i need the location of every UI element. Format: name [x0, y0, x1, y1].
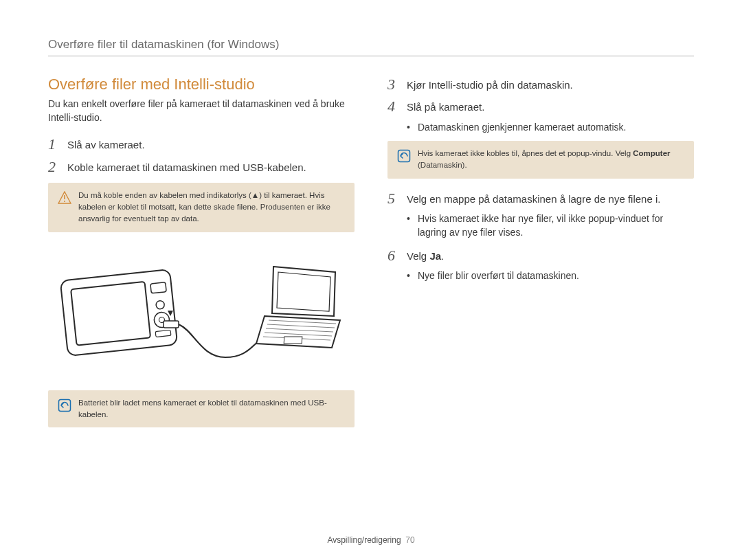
bullet-dot: •	[407, 212, 418, 225]
step-number: 3	[387, 76, 407, 93]
step-text: Slå på kameraet.	[407, 98, 484, 115]
breadcrumb: Overføre filer til datamaskinen (for Win…	[48, 38, 694, 56]
connection-illustration	[48, 242, 355, 383]
step-4-bullet: • Datamaskinen gjenkjenner kameraet auto…	[407, 120, 694, 134]
info-suffix: (Datamaskin).	[418, 161, 467, 169]
info-bold: Computer	[633, 149, 670, 157]
step-4: 4 Slå på kameraet.	[387, 98, 694, 115]
footer-page-number: 70	[405, 535, 414, 545]
warning-note: Du må koble enden av kabelen med indikat…	[48, 183, 355, 232]
step-1: 1 Slå av kameraet.	[48, 135, 355, 153]
svg-rect-4	[71, 282, 150, 346]
footer-section: Avspilling/redigering	[327, 535, 401, 545]
info-icon	[397, 148, 418, 166]
bullet-text: Hvis kameraet ikke har nye filer, vil ik…	[418, 212, 694, 240]
info-text: Hvis kameraet ikke kobles til, åpnes det…	[418, 148, 684, 172]
step-2: 2 Koble kameraet til datamaskinen med US…	[48, 158, 355, 176]
svg-rect-18	[59, 399, 71, 411]
bullet-dot: •	[407, 269, 418, 282]
warning-icon	[58, 190, 78, 208]
step-6-bold: Ja	[429, 250, 441, 262]
step-6: 6 Velg Ja.	[387, 247, 694, 265]
bullet-text: Nye filer blir overført til datamaskinen…	[418, 269, 579, 282]
svg-rect-9	[155, 330, 171, 337]
step-text: Kjør Intelli-studio på din datamaskin.	[407, 76, 573, 93]
step-6-prefix: Velg	[407, 250, 429, 262]
step-text: Slå av kameraet.	[67, 135, 145, 153]
info-prefix: Hvis kameraet ikke kobles til, åpnes det…	[418, 149, 633, 157]
svg-rect-19	[398, 150, 410, 162]
info-icon	[58, 397, 78, 415]
content-columns: Overføre filer med Intelli-studio Du kan…	[48, 76, 694, 437]
step-text: Velg Ja.	[407, 247, 444, 264]
step-5-bullet: • Hvis kameraet ikke har nye filer, vil …	[407, 212, 694, 240]
info-note: Hvis kameraet ikke kobles til, åpnes det…	[387, 141, 694, 179]
info-note: Batteriet blir ladet mens kameraet er ko…	[48, 390, 355, 428]
svg-point-6	[156, 300, 165, 309]
right-column: 3 Kjør Intelli-studio på din datamaskin.…	[387, 76, 694, 437]
step-text: Velg en mappe på datamaskinen å lagre de…	[407, 190, 660, 207]
left-column: Overføre filer med Intelli-studio Du kan…	[48, 76, 355, 437]
step-3: 3 Kjør Intelli-studio på din datamaskin.	[387, 76, 694, 93]
bullet-text: Datamaskinen gjenkjenner kameraet automa…	[418, 120, 627, 134]
step-5: 5 Velg en mappe på datamaskinen å lagre …	[387, 190, 694, 208]
bullet-dot: •	[407, 120, 418, 134]
step-number: 5	[387, 190, 407, 208]
svg-rect-17	[284, 337, 302, 344]
intro-text: Du kan enkelt overføre filer på kameraet…	[48, 98, 355, 124]
step-6-suffix: .	[441, 250, 444, 262]
section-title: Overføre filer med Intelli-studio	[48, 76, 355, 93]
info-text: Batteriet blir ladet mens kameraet er ko…	[78, 397, 345, 421]
step-number: 1	[48, 135, 67, 153]
step-text: Koble kameraet til datamaskinen med USB-…	[67, 158, 306, 175]
svg-point-2	[64, 201, 65, 202]
step-number: 6	[387, 247, 407, 265]
step-6-bullet: • Nye filer blir overført til datamaskin…	[407, 269, 694, 282]
page-footer: Avspilling/redigering 70	[0, 535, 742, 545]
step-number: 4	[387, 98, 407, 115]
warning-text: Du må koble enden av kabelen med indikat…	[78, 190, 345, 225]
svg-rect-5	[150, 282, 166, 293]
step-number: 2	[48, 158, 67, 176]
svg-rect-10	[164, 321, 179, 328]
